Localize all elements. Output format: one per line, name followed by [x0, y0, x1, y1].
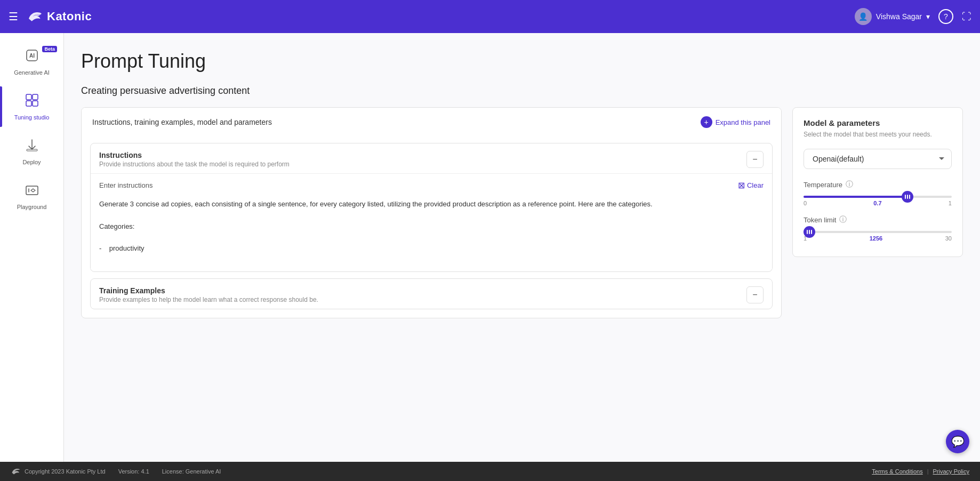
- sidebar-item-label: Tuning studio: [14, 114, 50, 121]
- token-slider-thumb[interactable]: [804, 226, 815, 238]
- minus-icon-2: −: [752, 290, 757, 300]
- expand-icon[interactable]: ⛶: [962, 11, 971, 22]
- expand-panel-button[interactable]: + Expand this panel: [701, 116, 770, 128]
- tuning-studio-icon: [25, 93, 39, 111]
- thumb-lines: [905, 195, 910, 199]
- sidebar-item-label: Playground: [17, 204, 47, 210]
- svg-rect-4: [26, 101, 31, 106]
- temperature-value: 0.7: [873, 200, 881, 206]
- active-bar: [0, 86, 2, 127]
- token-help-icon[interactable]: ⓘ: [839, 215, 847, 225]
- slider-thumb[interactable]: [902, 191, 913, 203]
- slider-track: [804, 196, 952, 198]
- svg-rect-3: [33, 94, 38, 100]
- panel-header: Instructions, training examples, model a…: [82, 108, 781, 137]
- footer: Copyright 2023 Katonic Pty Ltd Version: …: [0, 462, 980, 481]
- user-menu[interactable]: 👤 Vishwa Sagar ▾: [855, 8, 930, 25]
- two-column-layout: Instructions, training examples, model a…: [81, 107, 963, 318]
- navbar: ☰ Katonic 👤 Vishwa Sagar ▾ ? ⛶: [0, 0, 980, 33]
- chat-icon: 💬: [951, 435, 965, 448]
- footer-logo: Copyright 2023 Katonic Pty Ltd: [11, 467, 106, 476]
- chevron-down-icon: ▾: [926, 12, 930, 21]
- sidebar-item-playground[interactable]: Playground: [0, 176, 63, 217]
- privacy-link[interactable]: Privacy Policy: [933, 468, 969, 475]
- sidebar: Beta AI Generative AI Tuning studio: [0, 33, 64, 462]
- menu-icon[interactable]: ☰: [9, 10, 18, 23]
- navbar-logo-text: Katonic: [47, 10, 92, 23]
- footer-divider: |: [927, 468, 929, 475]
- help-icon: ?: [944, 12, 948, 21]
- playground-icon: [25, 182, 39, 201]
- instructions-title-group: Instructions Provide instructions about …: [99, 151, 290, 168]
- model-select[interactable]: Openai(default): [804, 149, 952, 169]
- terms-link[interactable]: Terms & Conditions: [872, 468, 922, 475]
- token-thumb-lines: [807, 230, 812, 234]
- model-panel-title: Model & parameters: [804, 118, 952, 127]
- temperature-min: 0: [804, 200, 807, 206]
- footer-version: Version: 4.1: [118, 468, 149, 475]
- instructions-box: Instructions Provide instructions about …: [90, 143, 773, 272]
- panel-header-title: Instructions, training examples, model a…: [92, 118, 272, 126]
- token-slider-labels: 1 1256 30: [804, 235, 952, 242]
- sidebar-item-deploy[interactable]: Deploy: [0, 131, 63, 172]
- model-panel-subtitle: Select the model that best meets your ne…: [804, 131, 952, 138]
- beta-badge: Beta: [42, 46, 57, 52]
- instructions-header: Instructions Provide instructions about …: [91, 143, 772, 173]
- enter-instructions-row: Enter instructions ⊠ Clear: [91, 174, 772, 195]
- token-thumb-line-3: [811, 230, 812, 234]
- sidebar-item-tuning-studio[interactable]: Tuning studio: [0, 86, 63, 127]
- svg-rect-6: [27, 149, 37, 151]
- model-parameters-panel: Model & parameters Select the model that…: [792, 107, 963, 257]
- chat-button[interactable]: 💬: [946, 430, 969, 453]
- training-examples-box: Training Examples Provide examples to he…: [90, 278, 773, 309]
- collapse-instructions-button[interactable]: −: [746, 151, 764, 168]
- sidebar-item-generative-ai[interactable]: Beta AI Generative AI: [0, 42, 63, 82]
- expand-label: Expand this panel: [716, 118, 770, 126]
- avatar: 👤: [855, 8, 872, 25]
- main-panel: Instructions, training examples, model a…: [81, 107, 782, 318]
- token-limit-label: Token limit ⓘ: [804, 215, 952, 225]
- footer-bird-icon: [11, 467, 21, 476]
- help-button[interactable]: ?: [938, 9, 953, 24]
- sidebar-item-label: Generative AI: [14, 69, 50, 76]
- clear-x-icon: ⊠: [738, 180, 745, 190]
- svg-rect-2: [26, 94, 31, 100]
- footer-copyright: Copyright 2023 Katonic Pty Ltd: [25, 468, 106, 475]
- sidebar-item-label: Deploy: [22, 159, 41, 165]
- token-limit-slider[interactable]: 1 1256 30: [804, 231, 952, 242]
- thumb-line-1: [905, 195, 906, 199]
- navbar-right: 👤 Vishwa Sagar ▾ ? ⛶: [855, 8, 971, 25]
- token-value: 1256: [870, 235, 882, 242]
- training-title: Training Examples: [99, 286, 318, 295]
- token-slider-track: [804, 231, 952, 233]
- instructions-textarea[interactable]: Generate 3 concise ad copies, each consi…: [91, 195, 772, 269]
- thumb-line-2: [907, 195, 908, 199]
- thumb-line-3: [909, 195, 910, 199]
- page-title: Prompt Tuning: [81, 50, 963, 73]
- svg-rect-7: [26, 186, 38, 195]
- instructions-title: Instructions: [99, 151, 290, 159]
- expand-circle-icon: +: [701, 116, 712, 128]
- training-title-group: Training Examples Provide examples to he…: [99, 286, 318, 303]
- enter-instructions-label: Enter instructions: [99, 181, 152, 189]
- svg-rect-5: [33, 101, 38, 106]
- token-thumb-line-2: [809, 230, 810, 234]
- avatar-icon: 👤: [858, 12, 867, 21]
- clear-button[interactable]: ⊠ Clear: [738, 180, 764, 190]
- generative-ai-icon: AI: [25, 48, 39, 66]
- user-name: Vishwa Sagar: [876, 12, 922, 21]
- minus-icon: −: [752, 155, 757, 164]
- plus-icon: +: [704, 118, 709, 126]
- navbar-logo: Katonic: [27, 10, 92, 23]
- temperature-max: 1: [949, 200, 952, 206]
- deploy-icon: [25, 138, 39, 156]
- footer-right: Terms & Conditions | Privacy Policy: [872, 468, 969, 475]
- main-content: Prompt Tuning Creating persuasive advert…: [64, 33, 980, 462]
- katonic-bird-icon: [27, 10, 44, 23]
- token-max: 30: [945, 235, 952, 242]
- token-thumb-line-1: [807, 230, 808, 234]
- temperature-help-icon[interactable]: ⓘ: [846, 180, 853, 189]
- collapse-training-button[interactable]: −: [746, 286, 764, 303]
- temperature-slider[interactable]: 0 0.7 1: [804, 196, 952, 206]
- section-title: Creating persuasive advertising content: [81, 85, 963, 97]
